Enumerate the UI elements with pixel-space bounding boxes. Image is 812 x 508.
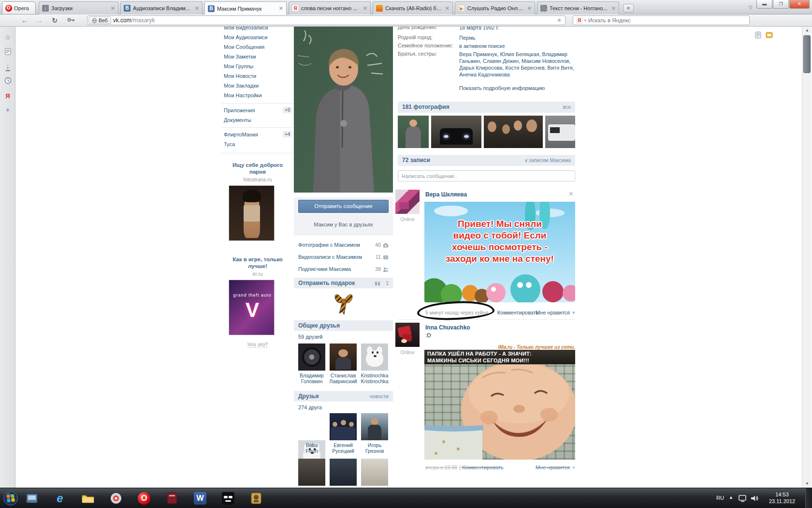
wall-all-posts-link[interactable]: к записям Максима: [525, 157, 571, 163]
sidebar-item-messages[interactable]: Мои Сообщения: [224, 44, 282, 50]
page-panel-icon[interactable]: [755, 31, 762, 41]
tab-lyrics-search[interactable]: Я слова песни ноггано ...✕: [289, 1, 371, 15]
sidebar-item-bookmarks[interactable]: Мои Закладки: [224, 83, 282, 89]
post-close-icon[interactable]: ✕: [568, 190, 574, 197]
page-scrollbar[interactable]: ▲ ▼: [802, 27, 812, 488]
like-link[interactable]: Мне нравится: [536, 310, 570, 315]
info-value-city[interactable]: Пермь: [459, 34, 575, 41]
maroon-app-icon[interactable]: [163, 490, 181, 507]
post-author-name[interactable]: Вера Шкляева: [425, 191, 467, 198]
url-text[interactable]: vk.com/maxaryk: [113, 17, 155, 24]
notes-icon[interactable]: [0, 48, 15, 57]
search-engine-dropdown-arrow[interactable]: ▾: [584, 18, 586, 23]
friend-avatar[interactable]: [330, 413, 357, 440]
sidebar-item-apps[interactable]: Приложения: [224, 107, 282, 113]
volume-tray-icon[interactable]: [750, 494, 759, 504]
ad-image-gta[interactable]: grand theft auto V: [229, 280, 275, 335]
tab-list-arrow-icon[interactable]: ▽: [749, 5, 753, 10]
opera-taskbar-icon[interactable]: O: [135, 490, 153, 507]
url-field[interactable]: Веб vk.com/maxaryk ★: [87, 15, 566, 25]
bookmark-star-icon[interactable]: ★: [556, 16, 562, 24]
scroll-up-icon[interactable]: ▲: [802, 27, 812, 34]
post-image-meme[interactable]: ПАПКА УШЁЛ НА РАБОТУ - А ЗНАЧИТ:МАМКИНЫ …: [424, 350, 575, 460]
explorer-folder-icon[interactable]: [79, 490, 97, 507]
taskbar-app-icon[interactable]: [23, 490, 41, 507]
tab-noggano-lyrics[interactable]: Текст песни - Ноггано...✕: [537, 1, 619, 15]
friend-avatar[interactable]: [298, 344, 325, 371]
sidebar-item-flirtomania[interactable]: ФлиртоМания: [224, 132, 282, 137]
tab-close-icon[interactable]: ✕: [527, 5, 532, 12]
add-panel-icon[interactable]: +: [0, 106, 15, 114]
ad-title-line1[interactable]: Ищу себе доброго: [220, 162, 295, 168]
yandex-bar-icon[interactable]: [766, 31, 773, 41]
profile-photo[interactable]: [294, 27, 393, 193]
tab-close-icon[interactable]: ✕: [611, 5, 616, 12]
friend-name[interactable]: ВладимирГоловкин: [296, 373, 327, 384]
followers-link[interactable]: Подписчики Максима 38: [298, 266, 389, 273]
friend-avatar[interactable]: [361, 459, 388, 486]
sidebar-item-audios[interactable]: Мои Аудиозаписи: [224, 34, 282, 40]
photos-with-link[interactable]: Фотографии с Максимом 40: [298, 242, 389, 249]
friends-news-link[interactable]: новости: [370, 393, 389, 399]
search-field[interactable]: Я ▾: [573, 15, 750, 25]
ad-what-is-this-link[interactable]: Что это?: [220, 342, 295, 347]
scrollbar-thumb[interactable]: [803, 35, 811, 73]
mutual-friends-count[interactable]: 59 друзей: [298, 334, 322, 340]
ad-title-line2[interactable]: лучше!: [220, 263, 295, 269]
sidebar-item-tusa[interactable]: Туса: [224, 141, 282, 147]
new-tab-button[interactable]: +: [623, 4, 634, 13]
tab-close-icon[interactable]: ✕: [279, 5, 283, 12]
photos-all-link[interactable]: все: [563, 104, 571, 110]
history-clock-icon[interactable]: [0, 77, 15, 86]
friend-name[interactable]: BobaFlash: [296, 442, 327, 454]
show-desktop-button[interactable]: [805, 488, 812, 508]
info-value-siblings[interactable]: Вера Примачук, Юлия Беляцкая, Владимир Г…: [459, 51, 575, 78]
photo-thumbnail[interactable]: [545, 116, 575, 148]
tab-maksim-primachuk[interactable]: В Максим Примачук✕: [204, 1, 287, 15]
sidebar-item-news[interactable]: Мои Новости: [224, 73, 282, 79]
friend-avatar[interactable]: [298, 459, 325, 486]
tab-close-icon[interactable]: ✕: [363, 5, 367, 12]
back-button[interactable]: ←: [18, 15, 31, 25]
minimize-button[interactable]: ▬: [756, 0, 772, 9]
wall-post-input[interactable]: [398, 170, 575, 181]
tab-close-icon[interactable]: ✕: [445, 5, 450, 12]
gift-ribbon-image[interactable]: [333, 290, 355, 315]
opera-menu-button[interactable]: O Opera: [2, 1, 36, 15]
heart-icon[interactable]: ♥: [572, 310, 575, 315]
friend-avatar[interactable]: [361, 413, 388, 440]
scroll-down-icon[interactable]: ▼: [802, 480, 812, 488]
yandex-panel-icon[interactable]: Я: [0, 92, 15, 100]
heart-icon[interactable]: ♥: [572, 464, 575, 470]
sidebar-item-settings[interactable]: Мои Настройки: [224, 92, 282, 98]
tab-vk-audio[interactable]: В Аудиозаписи Владим...✕: [120, 1, 203, 15]
post-author-name[interactable]: Inna Chuvachko: [425, 324, 470, 331]
media-app-icon[interactable]: [107, 490, 125, 507]
like-link[interactable]: Мне нравится: [536, 464, 570, 470]
videos-with-label[interactable]: Видеозаписи с Максимом: [298, 254, 362, 260]
maximize-button[interactable]: ❐: [773, 0, 789, 9]
tab-downloads[interactable]: ↓ Загрузки✕: [39, 1, 118, 15]
comment-link[interactable]: Комментировать: [497, 310, 539, 315]
videos-with-link[interactable]: Видеозаписи с Максимом 11: [298, 254, 389, 261]
tray-expand-icon[interactable]: ▲: [729, 495, 733, 500]
ad-title-line2[interactable]: парня: [220, 169, 295, 175]
tab-close-icon[interactable]: ✕: [195, 5, 199, 12]
comment-link[interactable]: Комментировать: [462, 464, 504, 470]
friend-avatar[interactable]: [330, 459, 357, 486]
reload-button[interactable]: ↻: [48, 15, 61, 25]
gold-app-icon[interactable]: [247, 490, 265, 507]
wand-key-icon[interactable]: [65, 15, 77, 25]
photo-thumbnail[interactable]: [398, 116, 429, 148]
taskbar-clock[interactable]: 14:53 23.11.2012: [763, 491, 801, 505]
internet-explorer-icon[interactable]: e: [51, 490, 69, 507]
friend-name[interactable]: ИгорьГрязнов: [359, 442, 390, 454]
followers-label[interactable]: Подписчики Максима: [298, 266, 351, 272]
bookmarks-star-icon[interactable]: ☆: [0, 33, 15, 41]
web-badge[interactable]: Веб: [88, 16, 111, 24]
send-gift-label[interactable]: Отправить подарок: [298, 280, 355, 286]
ad-image-girl[interactable]: [229, 185, 275, 241]
post-author-avatar[interactable]: [395, 323, 420, 347]
ad-title-line1[interactable]: Как в игре, только: [220, 256, 295, 262]
sidebar-item-groups[interactable]: Мои Группы: [224, 63, 282, 69]
